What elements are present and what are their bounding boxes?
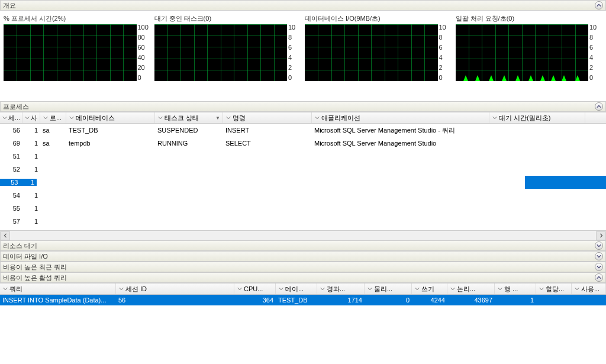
scroll-left-button[interactable] bbox=[0, 231, 10, 240]
filter-icon[interactable] bbox=[450, 286, 456, 292]
cell: 1 bbox=[22, 192, 40, 199]
col-header-0[interactable]: 세... bbox=[0, 112, 22, 123]
filter-icon[interactable] bbox=[320, 286, 325, 292]
chevron-up-icon bbox=[597, 104, 601, 109]
col-header-3[interactable]: 데이터베이스 bbox=[66, 112, 155, 123]
aq-col-1[interactable]: 세션 ID bbox=[116, 284, 234, 294]
overview-section-header[interactable]: 개요 bbox=[0, 0, 606, 11]
chart-io-label: 데이터베이스 I/O(9MB/초) bbox=[305, 14, 452, 23]
filter-icon[interactable] bbox=[43, 115, 49, 121]
process-row[interactable]: 691satempdbRUNNINGSELECTMicrosoft SQL Se… bbox=[0, 137, 606, 150]
aq-col-7[interactable]: 논리... bbox=[447, 284, 495, 294]
aq-col-3[interactable]: 데이... bbox=[276, 284, 317, 294]
panel-header-3[interactable]: 비용이 높은 활성 쿼리 bbox=[0, 272, 606, 283]
chart-cpu-label: % 프로세서 시간(2%) bbox=[4, 14, 151, 23]
panel-title: 데이터 파일 I/O bbox=[3, 252, 48, 261]
aq-col-0[interactable]: 쿼리 bbox=[0, 284, 116, 294]
process-row[interactable]: 521 bbox=[0, 163, 606, 176]
panel-title: 비용이 높은 최근 쿼리 bbox=[3, 263, 67, 272]
processes-hscroll[interactable] bbox=[0, 230, 606, 240]
processes-rows: 561saTEST_DBSUSPENDEDINSERTMicrosoft SQL… bbox=[0, 124, 606, 230]
filter-icon[interactable] bbox=[225, 115, 231, 121]
overview-title: 개요 bbox=[3, 1, 16, 10]
filter-icon[interactable] bbox=[25, 115, 30, 121]
filter-icon[interactable] bbox=[2, 286, 8, 292]
cell: Microsoft SQL Server Management Studio -… bbox=[312, 126, 489, 135]
panel-collapse-button[interactable] bbox=[595, 252, 603, 260]
scroll-right-button[interactable] bbox=[596, 231, 606, 240]
charts-row: % 프로세서 시간(2%) 100806040200 대기 중인 태스크(0) … bbox=[0, 11, 606, 85]
process-row[interactable]: 551 bbox=[0, 202, 606, 215]
aq-col-8[interactable]: 행 ... bbox=[495, 284, 536, 294]
panel-header-2[interactable]: 비용이 높은 최근 쿼리 bbox=[0, 262, 606, 272]
aq-col-10[interactable]: 사용... bbox=[572, 284, 606, 294]
process-row[interactable]: 571 bbox=[0, 215, 606, 228]
col-header-1[interactable]: 사 bbox=[22, 112, 40, 123]
filter-icon[interactable] bbox=[574, 286, 580, 292]
aq-cell: 0 bbox=[365, 297, 412, 304]
panel-collapse-button[interactable] bbox=[595, 263, 603, 271]
col-header-5[interactable]: 명령 bbox=[223, 112, 312, 123]
process-row[interactable]: 561saTEST_DBSUSPENDEDINSERTMicrosoft SQL… bbox=[0, 124, 606, 137]
chart-io: 데이터베이스 I/O(9MB/초) 1086420 bbox=[305, 14, 452, 81]
process-row[interactable]: 531 bbox=[0, 176, 606, 189]
filter-icon[interactable] bbox=[367, 286, 373, 292]
chevron-down-icon bbox=[597, 243, 601, 248]
panel-header-1[interactable]: 데이터 파일 I/O bbox=[0, 251, 606, 262]
filter-icon[interactable] bbox=[157, 115, 163, 121]
overview-collapse-button[interactable] bbox=[595, 1, 603, 9]
filter-icon[interactable] bbox=[118, 286, 124, 292]
aq-col-9[interactable]: 할당... bbox=[536, 284, 572, 294]
cell: SUSPENDED bbox=[155, 127, 223, 134]
aq-col-4[interactable]: 경과... bbox=[317, 284, 365, 294]
cell: SELECT bbox=[223, 140, 312, 147]
aq-col-6[interactable]: 쓰기 bbox=[412, 284, 447, 294]
panel-title: 비용이 높은 활성 쿼리 bbox=[3, 273, 67, 282]
panel-header-0[interactable]: 리소스 대기 bbox=[0, 240, 606, 251]
cell: TEST_DB bbox=[66, 127, 155, 134]
process-row[interactable]: 511 bbox=[0, 150, 606, 163]
active-queries-row[interactable]: INSERT INTO SampleData (Data)...56364TES… bbox=[0, 295, 606, 305]
filter-icon[interactable] bbox=[492, 115, 498, 121]
panel-title: 리소스 대기 bbox=[3, 241, 37, 250]
cell: 52 bbox=[0, 166, 22, 173]
chart-batch-label: 일괄 처리 요청/초(0) bbox=[456, 14, 603, 23]
chart-cpu-ticks: 100806040200 bbox=[137, 24, 151, 81]
processes-section-header[interactable]: 프로세스 bbox=[0, 101, 606, 112]
aq-col-2[interactable]: CPU... bbox=[234, 284, 276, 294]
chevron-up-icon bbox=[597, 275, 601, 280]
chart-batch-plot bbox=[456, 24, 589, 81]
active-queries-headers: 쿼리세션 IDCPU...데이...경과...물리...쓰기논리...행 ...… bbox=[0, 283, 606, 295]
filter-icon[interactable] bbox=[497, 286, 503, 292]
filter-icon[interactable] bbox=[414, 286, 420, 292]
filter-icon[interactable] bbox=[278, 286, 284, 292]
aq-cell: 364 bbox=[234, 297, 276, 304]
chart-tasks-plot bbox=[154, 24, 288, 81]
aq-cell: 1714 bbox=[317, 297, 365, 304]
cell: 51 bbox=[0, 153, 22, 160]
aq-col-5[interactable]: 물리... bbox=[365, 284, 412, 294]
filter-icon[interactable] bbox=[69, 115, 75, 121]
col-header-7[interactable]: 대기 시간(밀리초) bbox=[489, 112, 585, 123]
chart-cpu-body: 100806040200 bbox=[4, 24, 151, 81]
col-header-2[interactable]: 로... bbox=[40, 112, 66, 123]
processes-collapse-button[interactable] bbox=[595, 102, 603, 111]
filter-icon[interactable] bbox=[314, 115, 320, 121]
chart-io-plot bbox=[305, 24, 438, 81]
aq-cell: 56 bbox=[116, 297, 234, 304]
aq-cell: 1 bbox=[495, 297, 536, 304]
cell: Microsoft SQL Server Management Studio bbox=[312, 140, 489, 147]
chevron-up-icon bbox=[597, 3, 601, 8]
filter-icon[interactable] bbox=[237, 286, 243, 292]
col-header-6[interactable]: 애플리케이션 bbox=[312, 112, 489, 123]
panel-collapse-button[interactable] bbox=[595, 273, 603, 282]
cell: 1 bbox=[22, 166, 40, 173]
process-row[interactable]: 541 bbox=[0, 189, 606, 202]
panel-collapse-button[interactable] bbox=[595, 241, 603, 250]
filter-icon[interactable] bbox=[539, 286, 544, 292]
aq-cell: 4244 bbox=[412, 297, 447, 304]
filter-icon[interactable] bbox=[2, 115, 7, 121]
col-header-4[interactable]: 태스크 상태▼ bbox=[155, 112, 223, 123]
cell: INSERT bbox=[223, 127, 312, 134]
processes-body: 세...사로...데이터베이스태스크 상태▼명령애플리케이션대기 시간(밀리초)… bbox=[0, 112, 606, 240]
